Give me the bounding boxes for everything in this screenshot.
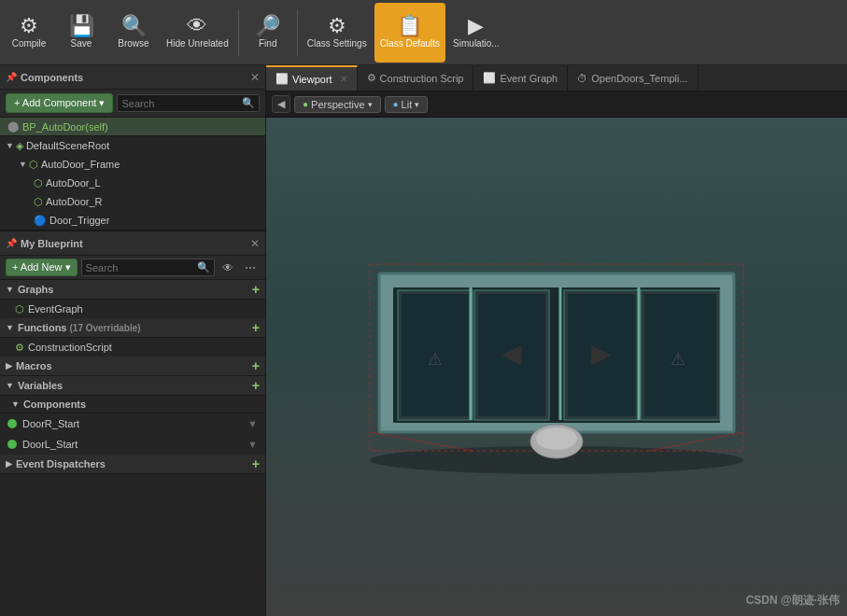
save-button[interactable]: 💾 Save	[56, 3, 106, 63]
save-label: Save	[71, 38, 92, 49]
class-settings-label: Class Settings	[307, 38, 367, 49]
door-l-start-item[interactable]: DoorL_Start ▼	[0, 434, 265, 455]
nav-back-icon: ◀	[277, 98, 285, 109]
construction-tab-icon: ⚙	[367, 72, 376, 84]
simulation-icon: ▶	[468, 16, 484, 36]
self-dot: ⬤	[7, 120, 19, 133]
construction-script-item[interactable]: ⚙ ConstructionScript	[0, 338, 265, 357]
event-graph-item[interactable]: ⬡ EventGraph	[0, 300, 265, 318]
component-icon: ⬡	[34, 177, 43, 189]
my-blueprint-panel-header: 📌 My Blueprint ✕	[0, 231, 265, 256]
right-panel: ⬜ Viewport ✕ ⚙ Construction Scrip ⬜ Even…	[266, 65, 847, 616]
viewport-canvas[interactable]: ◀ ▶ ⚠ ⚠ CSDN @朗迹·张伟	[266, 118, 847, 616]
svg-text:⚠: ⚠	[428, 350, 443, 369]
tab-viewport[interactable]: ⬜ Viewport ✕	[266, 65, 358, 91]
class-defaults-button[interactable]: 📋 Class Defaults	[374, 3, 445, 63]
functions-section-header[interactable]: ▼ Functions (17 Overridable) +	[0, 318, 265, 338]
class-settings-button[interactable]: ⚙ Class Settings	[302, 3, 373, 63]
event-graph-icon: ⬡	[15, 303, 24, 315]
viewport-tab-close[interactable]: ✕	[340, 74, 347, 84]
settings-icon[interactable]: ⋯	[241, 259, 260, 276]
event-dispatchers-header[interactable]: ▶ Event Dispatchers +	[0, 455, 265, 474]
perspective-button[interactable]: ● Perspective ▾	[294, 96, 381, 113]
tree-item[interactable]: ▼ ◈ DefaultSceneRoot	[0, 136, 265, 155]
svg-line-21	[370, 432, 473, 451]
component-name: AutoDoor_L	[46, 177, 260, 189]
macros-add-button[interactable]: +	[252, 359, 260, 372]
tabs-bar: ⬜ Viewport ✕ ⚙ Construction Scrip ⬜ Even…	[266, 65, 847, 91]
door-r-start-label: DoorR_Start	[22, 418, 79, 429]
functions-add-button[interactable]: +	[252, 321, 260, 334]
viewport-nav-back[interactable]: ◀	[272, 95, 290, 113]
perspective-label: Perspective	[311, 99, 364, 110]
components-pin-icon: 📌	[6, 72, 17, 82]
door-l-start-label: DoorL_Start	[22, 439, 78, 450]
viewport-toolbar: ◀ ● Perspective ▾ ● Lit ▾	[266, 91, 847, 118]
tree-item[interactable]: ▼ ⬡ AutoDoor_Frame	[0, 155, 265, 174]
blueprint-search-bar: 🔍	[81, 259, 215, 276]
graphs-section-header[interactable]: ▼ Graphs +	[0, 280, 265, 300]
my-blueprint-close-icon[interactable]: ✕	[250, 237, 260, 250]
components-sub-arrow: ▼	[11, 399, 20, 409]
perspective-arrow: ▾	[368, 100, 373, 109]
macros-section-header[interactable]: ▶ Macros +	[0, 357, 265, 376]
blueprint-toolbar: + Add New ▾ 🔍 👁 ⋯	[0, 256, 265, 280]
component-icon: ⬡	[34, 196, 43, 208]
browse-icon: 🔍	[121, 16, 147, 36]
add-new-label: + Add New ▾	[12, 261, 71, 273]
viewport-tab-label: Viewport	[292, 74, 332, 85]
tab-construction[interactable]: ⚙ Construction Scrip	[358, 65, 474, 91]
components-close-icon[interactable]: ✕	[250, 71, 260, 84]
var-arrow-icon: ▼	[247, 418, 258, 429]
add-component-label: + Add Component ▾	[14, 97, 105, 109]
compile-button[interactable]: ⚙ Compile	[4, 3, 54, 63]
viewport-tab-icon: ⬜	[275, 73, 289, 85]
separator-1	[238, 9, 239, 56]
separator-2	[297, 9, 298, 56]
tab-event-graph[interactable]: ⬜ Event Graph	[473, 65, 568, 91]
save-icon: 💾	[69, 16, 94, 36]
add-new-button[interactable]: + Add New ▾	[6, 259, 78, 276]
find-label: Find	[259, 38, 276, 49]
tree-item[interactable]: ⬡ AutoDoor_L	[0, 174, 265, 192]
door-r-start-item[interactable]: DoorR_Start ▼	[0, 413, 265, 434]
class-settings-icon: ⚙	[328, 16, 346, 36]
variables-section-header[interactable]: ▼ Variables +	[0, 376, 265, 396]
open-doors-tab-icon: ⏱	[577, 73, 587, 84]
components-panel-header: 📌 Components ✕	[0, 65, 265, 90]
event-graph-tab-label: Event Graph	[500, 73, 558, 84]
hide-unrelated-button[interactable]: 👁 Hide Unrelated	[161, 3, 234, 63]
door-r-start-dot	[7, 419, 17, 428]
browse-button[interactable]: 🔍 Browse	[108, 3, 159, 63]
visibility-toggle[interactable]: 👁	[219, 259, 237, 276]
tree-item[interactable]: ⬡ AutoDoor_R	[0, 192, 265, 211]
find-button[interactable]: 🔎 Find	[243, 3, 293, 63]
components-search-bar: 🔍	[117, 94, 260, 112]
component-name: AutoDoor_R	[46, 196, 260, 207]
tab-open-doors[interactable]: ⏱ OpenDoors_Templi...	[568, 65, 698, 91]
find-icon: 🔎	[255, 16, 280, 36]
main-toolbar: ⚙ Compile 💾 Save 🔍 Browse 👁 Hide Unrelat…	[0, 0, 847, 65]
add-component-button[interactable]: + Add Component ▾	[6, 93, 113, 113]
lit-label: Lit	[402, 99, 413, 110]
simulation-button[interactable]: ▶ Simulatio...	[447, 3, 504, 63]
tree-item[interactable]: 🔵 Door_Trigger	[0, 211, 265, 230]
graphs-arrow: ▼	[6, 285, 14, 294]
compile-label: Compile	[12, 38, 47, 49]
browse-label: Browse	[118, 38, 148, 49]
svg-point-17	[536, 427, 577, 450]
blueprint-search-input[interactable]	[86, 262, 197, 273]
event-dispatchers-label: Event Dispatchers	[16, 458, 106, 469]
lit-button[interactable]: ● Lit ▾	[385, 96, 429, 113]
blueprint-pin-icon: 📌	[6, 238, 17, 248]
perspective-dot: ●	[303, 99, 308, 109]
functions-label: Functions	[18, 322, 67, 333]
svg-line-22	[650, 432, 743, 451]
components-search-input[interactable]	[121, 98, 242, 109]
dispatchers-add-button[interactable]: +	[252, 457, 260, 470]
add-component-bar: + Add Component ▾ 🔍	[0, 90, 265, 118]
components-sub-header[interactable]: ▼ Components	[0, 396, 265, 413]
graphs-add-button[interactable]: +	[252, 283, 260, 296]
variables-label: Variables	[18, 380, 63, 391]
variables-add-button[interactable]: +	[252, 379, 260, 392]
